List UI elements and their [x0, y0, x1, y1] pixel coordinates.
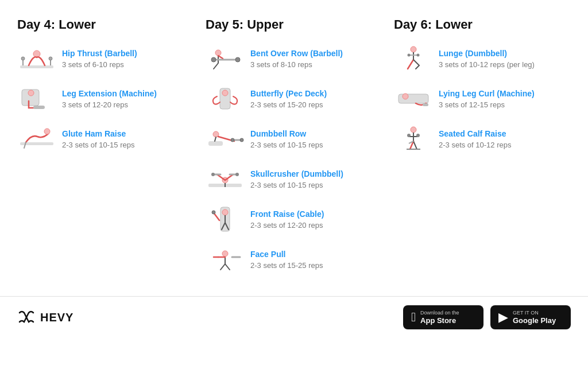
hevy-logo-icon	[17, 308, 36, 327]
exercise-sets: 2-3 sets of 10-12 reps	[439, 141, 571, 149]
exercise-item: Dumbbell Row2-3 sets of 10-15 reps	[206, 124, 382, 154]
svg-point-30	[212, 211, 215, 214]
exercise-sets: 3 sets of 6-10 reps	[62, 60, 194, 69]
exercise-info: Butterfly (Pec Deck)2-3 sets of 15-20 re…	[250, 88, 382, 108]
day-column-5: Day 5: Upper Bent Over Row (Barbell)3 se…	[206, 17, 394, 285]
svg-point-16	[222, 90, 228, 96]
exercise-item: Seated Calf Raise2-3 sets of 10-12 reps	[394, 124, 571, 154]
exercise-item: Lying Leg Curl (Machine)3 sets of 12-15 …	[394, 84, 571, 114]
apple-icon: 	[411, 311, 416, 324]
exercise-info: Lunge (Dumbbell)3 sets of 10-12 reps (pe…	[439, 48, 571, 68]
exercise-image	[394, 84, 433, 114]
day-title-5: Day 5: Upper	[206, 17, 382, 32]
appstore-button[interactable]:  Download on the App Store	[403, 305, 483, 329]
exercise-name[interactable]: Skullcrusher (Dumbbell)	[250, 169, 382, 179]
main-content: Day 4: Lower Hip Thrust (Barbell)3 sets …	[0, 0, 588, 296]
footer: HEVY  Download on the App Store ▶ GET I…	[0, 296, 588, 338]
svg-point-39	[411, 127, 416, 133]
svg-point-35	[417, 54, 420, 57]
exercise-name[interactable]: Dumbbell Row	[250, 129, 382, 139]
exercise-name[interactable]: Butterfly (Pec Deck)	[250, 88, 382, 99]
exercise-image	[17, 84, 56, 114]
exercise-item: Front Raise (Cable)2-3 sets of 12-20 rep…	[206, 204, 382, 234]
svg-point-11	[215, 50, 221, 56]
exercise-image	[206, 44, 245, 73]
exercise-info: Skullcrusher (Dumbbell)2-3 sets of 10-15…	[250, 169, 382, 189]
exercise-image	[206, 244, 245, 274]
googleplay-text: GET IT ON Google Play	[513, 310, 556, 325]
exercise-item: Skullcrusher (Dumbbell)2-3 sets of 10-15…	[206, 164, 382, 194]
exercise-info: Front Raise (Cable)2-3 sets of 12-20 rep…	[250, 209, 382, 229]
svg-point-31	[222, 251, 228, 256]
day-column-6: Day 6: Lower Lunge (Dumbbell)3 sets of 1…	[394, 17, 571, 285]
exercise-image	[17, 44, 56, 73]
exercise-image	[206, 204, 245, 234]
exercise-name[interactable]: Glute Ham Raise	[62, 129, 194, 139]
svg-rect-17	[208, 141, 223, 146]
svg-rect-0	[20, 65, 53, 68]
svg-point-20	[231, 138, 234, 142]
exercise-item: Lunge (Dumbbell)3 sets of 10-12 reps (pe…	[394, 44, 571, 73]
hevy-logo: HEVY	[17, 308, 74, 327]
exercise-info: Hip Thrust (Barbell)3 sets of 6-10 reps	[62, 48, 194, 68]
svg-rect-8	[33, 106, 45, 109]
exercise-item: Bent Over Row (Barbell)3 sets of 8-10 re…	[206, 44, 382, 73]
exercise-image	[394, 124, 433, 154]
google-play-icon: ▶	[498, 311, 508, 324]
svg-point-21	[240, 138, 243, 142]
exercise-name[interactable]: Hip Thrust (Barbell)	[62, 48, 194, 59]
exercise-info: Face Pull2-3 sets of 15-25 reps	[250, 249, 382, 269]
exercise-name[interactable]: Seated Calf Raise	[439, 129, 571, 139]
appstore-text: Download on the App Store	[420, 310, 459, 325]
exercise-name[interactable]: Face Pull	[250, 249, 382, 259]
svg-point-5	[49, 57, 52, 60]
day-column-4: Day 4: Lower Hip Thrust (Barbell)3 sets …	[17, 17, 206, 285]
svg-point-14	[235, 57, 240, 62]
svg-point-34	[408, 54, 411, 57]
day-title-6: Day 6: Lower	[394, 17, 571, 32]
svg-point-1	[33, 50, 40, 57]
exercise-image	[394, 44, 433, 73]
svg-point-13	[211, 57, 216, 62]
exercise-info: Leg Extension (Machine)3 sets of 12-20 r…	[62, 88, 194, 108]
exercise-item: Face Pull2-3 sets of 15-25 reps	[206, 244, 382, 274]
store-buttons:  Download on the App Store ▶ GET IT ON …	[403, 305, 571, 329]
exercise-item: Leg Extension (Machine)3 sets of 12-20 r…	[17, 84, 194, 114]
exercise-sets: 2-3 sets of 15-20 reps	[250, 100, 382, 109]
exercise-info: Glute Ham Raise2-3 sets of 10-15 reps	[62, 129, 194, 149]
exercise-name[interactable]: Front Raise (Cable)	[250, 209, 382, 219]
exercise-item: Hip Thrust (Barbell)3 sets of 6-10 reps	[17, 44, 194, 73]
hevy-logo-text: HEVY	[40, 311, 74, 324]
exercise-sets: 2-3 sets of 10-15 reps	[250, 181, 382, 189]
exercise-info: Dumbbell Row2-3 sets of 10-15 reps	[250, 129, 382, 149]
day-title-4: Day 4: Lower	[17, 17, 194, 32]
exercise-item: Butterfly (Pec Deck)2-3 sets of 15-20 re…	[206, 84, 382, 114]
svg-point-32	[411, 46, 416, 52]
svg-point-29	[222, 209, 228, 215]
svg-point-26	[211, 173, 215, 176]
svg-point-10	[44, 129, 50, 134]
exercise-sets: 3 sets of 12-20 reps	[62, 100, 194, 109]
exercise-sets: 2-3 sets of 12-20 reps	[250, 221, 382, 230]
exercise-sets: 3 sets of 12-15 reps	[439, 100, 571, 109]
svg-point-4	[21, 57, 25, 60]
exercise-sets: 2-3 sets of 10-15 reps	[62, 141, 194, 149]
exercise-info: Lying Leg Curl (Machine)3 sets of 12-15 …	[439, 88, 571, 108]
exercise-name[interactable]: Bent Over Row (Barbell)	[250, 48, 382, 59]
exercise-image	[206, 164, 245, 194]
exercise-info: Bent Over Row (Barbell)3 sets of 8-10 re…	[250, 48, 382, 68]
googleplay-button[interactable]: ▶ GET IT ON Google Play	[490, 305, 571, 329]
exercise-name[interactable]: Leg Extension (Machine)	[62, 88, 194, 99]
exercise-sets: 2-3 sets of 15-25 reps	[250, 261, 382, 270]
svg-point-42	[407, 134, 411, 137]
exercise-sets: 3 sets of 8-10 reps	[250, 60, 382, 69]
svg-point-43	[416, 134, 420, 137]
exercise-sets: 3 sets of 10-12 reps (per leg)	[439, 60, 571, 69]
exercise-name[interactable]: Lunge (Dumbbell)	[439, 48, 571, 59]
svg-point-37	[403, 94, 408, 99]
exercise-item: Glute Ham Raise2-3 sets of 10-15 reps	[17, 124, 194, 154]
exercise-name[interactable]: Lying Leg Curl (Machine)	[439, 88, 571, 99]
exercise-sets: 2-3 sets of 10-15 reps	[250, 141, 382, 149]
exercise-info: Seated Calf Raise2-3 sets of 10-12 reps	[439, 129, 571, 149]
exercise-image	[17, 124, 56, 154]
